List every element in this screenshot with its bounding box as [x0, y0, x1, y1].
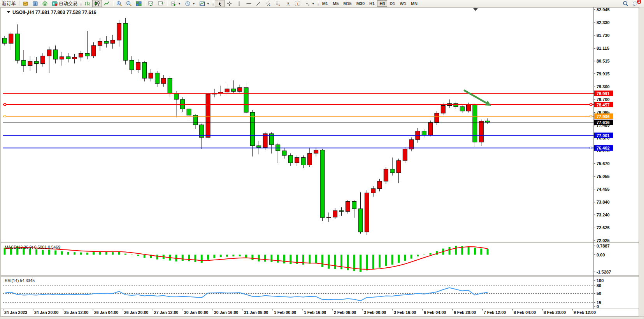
price-tag-78.457: 78.457: [594, 102, 613, 107]
time-tick-label: 31 Jan 08:00: [244, 310, 268, 315]
timeframe-mn-button[interactable]: MN: [409, 0, 420, 7]
timeframe-m5-button[interactable]: M5: [330, 0, 341, 7]
toolbar-separator: [145, 1, 145, 6]
timeframe-m30-button[interactable]: M30: [354, 0, 367, 7]
timeframe-h4-button[interactable]: H4: [377, 0, 387, 7]
vertical-line-button[interactable]: [234, 0, 244, 7]
macd-label: MACD(12,26,9) 0.5001 0.5469: [5, 245, 60, 249]
svg-text:77.906: 77.906: [597, 114, 610, 119]
search-button[interactable]: [621, 0, 630, 7]
line-handle[interactable]: [4, 104, 6, 106]
data-window-button[interactable]: [40, 0, 50, 7]
timeframe-m1-button[interactable]: M1: [320, 0, 330, 7]
window-group: [146, 0, 166, 7]
text-label-button[interactable]: T: [293, 0, 302, 7]
time-tick-label: 6 Feb 20:00: [454, 310, 476, 315]
auto-trading-icon: [52, 1, 58, 7]
timeframe-m15-button[interactable]: M15: [341, 0, 354, 7]
periods-button[interactable]: ▼: [183, 0, 197, 7]
price-tick-label: 73.240: [597, 213, 610, 217]
status-bar: [0, 317, 644, 319]
zoom-out-icon: [126, 1, 132, 7]
line-handle[interactable]: [590, 147, 592, 149]
line-chart-icon: [104, 1, 110, 7]
zoom-out-button[interactable]: [124, 0, 134, 7]
time-tick-label: 8 Feb 04:00: [514, 310, 536, 315]
notification-badge: 1: [637, 0, 641, 4]
chart-shift-button[interactable]: [156, 0, 166, 7]
macd-tick-label: -1.5287: [597, 270, 611, 274]
price-tick-label: 74.455: [597, 187, 610, 192]
time-tick-label: 27 Jan 12:00: [154, 310, 179, 315]
text-label-icon: T: [295, 1, 300, 7]
market-watch-button[interactable]: [21, 0, 30, 7]
notifications-button[interactable]: 1: [630, 0, 640, 7]
time-tick-label: 30 Jan 00:00: [184, 310, 209, 315]
data-window-icon: [42, 1, 48, 7]
navigator-icon: [32, 1, 38, 7]
time-tick-label: 6 Feb 04:00: [424, 310, 446, 315]
time-tick-label: 26 Jan 04:00: [94, 310, 119, 315]
time-tick-label: 30 Jan 16:00: [214, 310, 239, 315]
chevron-down-icon: ▼: [207, 2, 210, 5]
timeframe-d1-button[interactable]: D1: [387, 0, 397, 7]
price-tick-label: 79.300: [597, 84, 610, 89]
crosshair-button[interactable]: [225, 0, 234, 7]
time-tick-label: 8 Feb 20:00: [544, 310, 566, 315]
time-tick-label: 7 Feb 12:00: [484, 310, 506, 315]
drawing-tools-group: EFAT▼: [215, 0, 317, 7]
line-chart-button[interactable]: [102, 0, 112, 7]
price-tag-77.906: 77.906: [594, 113, 613, 119]
time-tick-label: 24 Jan 2023: [4, 310, 27, 315]
chevron-down-icon: ▼: [312, 2, 315, 5]
navigator-button[interactable]: [30, 0, 40, 7]
macd-tick-label: 0.7887: [597, 244, 610, 248]
horizontal-line-button[interactable]: [244, 0, 254, 7]
toolbar-separator: [113, 1, 113, 6]
price-tick-label: 72.625: [597, 225, 610, 230]
price-tick-label: 72.025: [597, 238, 610, 243]
time-tick-label: 3 Feb 16:00: [394, 310, 416, 315]
line-handle[interactable]: [4, 115, 6, 117]
svg-text:76.402: 76.402: [597, 146, 610, 150]
chart-title: USOil-,H4 77.681 77.803 77.528 77.616: [12, 10, 97, 15]
tile-windows-icon: [136, 1, 142, 7]
timeframe-h1-button[interactable]: H1: [367, 0, 377, 7]
svg-text:E: E: [269, 4, 270, 7]
rsi-tick-label: 0: [597, 304, 599, 309]
arrows-button[interactable]: ▼: [302, 0, 317, 7]
rsi-label: RSI(14) 54.3345: [5, 278, 35, 283]
bar-chart-button[interactable]: [82, 0, 92, 7]
macd-tick-label: 0.00: [597, 253, 605, 257]
timeframe-w1-button[interactable]: W1: [397, 0, 409, 7]
price-tick-label: 73.840: [597, 200, 610, 204]
chart-background: [1, 7, 639, 317]
auto-trading-button[interactable]: 自动交易: [50, 0, 79, 7]
arrange-windows-button[interactable]: [146, 0, 156, 7]
chart-window: USOil-,H4 77.681 77.803 77.528 77.616MAC…: [0, 0, 644, 319]
trendline-icon: [256, 1, 261, 7]
line-handle[interactable]: [590, 104, 592, 106]
new-chart-icon: [170, 1, 176, 7]
new-chart-button[interactable]: ▼: [168, 0, 183, 7]
zoom-in-button[interactable]: [114, 0, 124, 7]
new-order-button[interactable]: 新订单: [0, 0, 18, 7]
candlestick-chart-button[interactable]: [92, 0, 102, 7]
price-tick-label: 81.115: [597, 46, 609, 51]
time-tick-label: 1 Feb 16:00: [304, 310, 326, 315]
fibonacci-button[interactable]: F: [273, 0, 283, 7]
text-icon: A: [285, 1, 291, 7]
tile-windows-button[interactable]: [134, 0, 144, 7]
market-watch-icon: [23, 1, 28, 7]
candlestick-chart-icon: [94, 1, 100, 7]
trendline-button[interactable]: [254, 0, 263, 7]
templates-button[interactable]: ▼: [197, 0, 212, 7]
svg-text:77.001: 77.001: [597, 133, 610, 138]
chart-type-group: [82, 0, 112, 7]
text-button[interactable]: A: [283, 0, 293, 7]
line-handle[interactable]: [590, 115, 592, 117]
rsi-tick-label: 50: [597, 291, 601, 296]
cursor-button[interactable]: [215, 0, 225, 7]
time-tick-label: 26 Jan 20:00: [124, 310, 149, 315]
equidistant-channel-button[interactable]: E: [263, 0, 273, 7]
